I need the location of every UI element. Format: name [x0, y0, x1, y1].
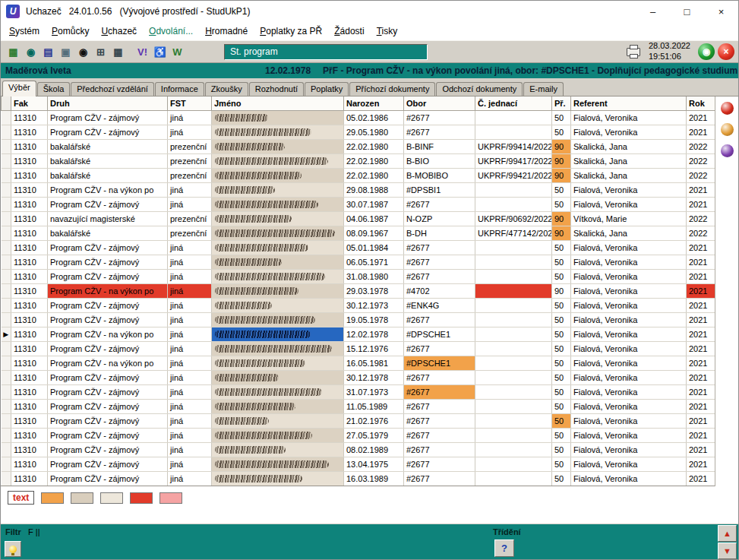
cell-rok[interactable]: 2021 [687, 442, 717, 457]
tab-zkousky[interactable]: Zkoušky [205, 82, 248, 96]
cell-rok[interactable]: 2021 [687, 370, 717, 384]
cell-referent[interactable]: Fialová, Veronika [571, 413, 687, 428]
cell-obor[interactable]: #DPSBI1 [404, 182, 475, 197]
cell-obor[interactable]: #2677 [404, 457, 475, 471]
cell-rok[interactable]: 2021 [687, 125, 717, 139]
cell-obor[interactable]: N-OZP [404, 211, 475, 226]
cell-fak[interactable]: 11310 [11, 226, 48, 240]
cell-druh[interactable]: bakalářské [48, 139, 168, 153]
cell-cj[interactable] [475, 240, 552, 255]
cell-narozen[interactable]: 21.02.1976 [344, 413, 404, 428]
tab-skola[interactable]: Škola [37, 82, 71, 96]
table-row[interactable]: 11310Program CŽV - na výkon pojiná29.03.… [2, 283, 717, 298]
tab-e-maily[interactable]: E-maily [523, 82, 564, 96]
red-circle-button[interactable] [721, 102, 734, 115]
cell-pr[interactable]: 90 [552, 139, 571, 153]
cell-fak[interactable]: 11310 [11, 384, 48, 399]
cell-narozen[interactable]: 12.02.1978 [344, 327, 404, 341]
cell-narozen[interactable]: 29.08.1988 [344, 182, 404, 197]
cell-fst[interactable]: jiná [168, 182, 212, 197]
cell-fak[interactable]: 11310 [11, 182, 48, 197]
cell-pr[interactable]: 50 [552, 457, 571, 471]
cell-obor[interactable]: #2677 [404, 428, 475, 442]
cell-jmeno[interactable] [212, 283, 344, 298]
book-icon[interactable]: ▤ [39, 43, 57, 60]
cell-fak[interactable]: 11310 [11, 153, 48, 168]
orange-circle-button[interactable] [721, 123, 734, 136]
cell-fak[interactable]: 11310 [11, 457, 48, 471]
cell-druh[interactable]: Program CŽV - zájmový [48, 457, 168, 471]
cell-fst[interactable]: prezenční [168, 211, 212, 226]
cell-druh[interactable]: bakalářské [48, 168, 168, 182]
cell-fak[interactable]: 11310 [11, 370, 48, 384]
table-row[interactable]: 11310Program CŽV - zájmovýjiná13.04.1975… [2, 457, 717, 471]
cell-obor[interactable]: #2677 [404, 384, 475, 399]
cell-cj[interactable]: UKPRF/99421/2022-1 [475, 168, 552, 182]
cell-narozen[interactable]: 29.03.1978 [344, 283, 404, 298]
cell-fst[interactable]: jiná [168, 298, 212, 312]
table-row[interactable]: 11310bakalářsképrezenční22.02.1980B-BINF… [2, 139, 717, 153]
cell-jmeno[interactable] [212, 356, 344, 370]
table-row[interactable]: 11310Program CŽV - zájmovýjiná08.02.1989… [2, 442, 717, 457]
print-button[interactable] [624, 43, 643, 61]
cell-jmeno[interactable] [212, 327, 344, 341]
cell-pr[interactable]: 90 [552, 153, 571, 168]
cell-cj[interactable] [475, 413, 552, 428]
cell-druh[interactable]: Program CŽV - zájmový [48, 341, 168, 356]
cell-rok[interactable]: 2021 [687, 312, 717, 327]
cell-fak[interactable]: 11310 [11, 255, 48, 269]
cell-referent[interactable]: Fialová, Veronika [571, 283, 687, 298]
menu-pomucky[interactable]: Pomůcky [46, 24, 95, 39]
cell-fst[interactable]: jiná [168, 428, 212, 442]
cell-pr[interactable]: 50 [552, 255, 571, 269]
cell-fak[interactable]: 11310 [11, 197, 48, 211]
cell-pr[interactable]: 50 [552, 399, 571, 413]
web-icon[interactable]: W [169, 43, 186, 60]
cell-cj[interactable] [475, 312, 552, 327]
cell-druh[interactable]: Program CŽV - na výkon po [48, 356, 168, 370]
cell-fak[interactable]: 11310 [11, 240, 48, 255]
cell-fak[interactable]: 11310 [11, 283, 48, 298]
cell-jmeno[interactable] [212, 457, 344, 471]
cell-narozen[interactable]: 15.12.1976 [344, 341, 404, 356]
tab-poplatky[interactable]: Poplatky [305, 82, 349, 96]
cell-jmeno[interactable] [212, 442, 344, 457]
purple-circle-button[interactable] [721, 144, 734, 157]
cell-druh[interactable]: bakalářské [48, 226, 168, 240]
col-jmeno[interactable]: Jméno [212, 96, 344, 110]
cell-druh[interactable]: Program CŽV - zájmový [48, 312, 168, 327]
cell-cj[interactable] [475, 356, 552, 370]
cell-obor[interactable]: #2677 [404, 399, 475, 413]
menu-poplatky-za-pr[interactable]: Poplatky za PŘ [254, 24, 328, 39]
cell-fak[interactable]: 11310 [11, 428, 48, 442]
cell-druh[interactable]: bakalářské [48, 153, 168, 168]
cell-fst[interactable]: jiná [168, 197, 212, 211]
cell-cj[interactable]: UKPRF/99414/2022-1 [475, 139, 552, 153]
cell-rok[interactable]: 2022 [687, 226, 717, 240]
cell-fak[interactable]: 11310 [11, 269, 48, 283]
cell-druh[interactable]: Program CŽV - zájmový [48, 428, 168, 442]
cell-narozen[interactable]: 11.05.1989 [344, 399, 404, 413]
cell-cj[interactable] [475, 370, 552, 384]
cell-jmeno[interactable] [212, 255, 344, 269]
cell-jmeno[interactable] [212, 240, 344, 255]
cell-jmeno[interactable] [212, 384, 344, 399]
cell-jmeno[interactable] [212, 428, 344, 442]
cell-jmeno[interactable] [212, 269, 344, 283]
cell-pr[interactable]: 90 [552, 226, 571, 240]
cell-druh[interactable]: Program CŽV - zájmový [48, 240, 168, 255]
cell-fak[interactable]: 11310 [11, 312, 48, 327]
cell-rok[interactable]: 2021 [687, 240, 717, 255]
tab-predchozi-vzdelani[interactable]: Předchozí vzdělání [71, 82, 154, 96]
cell-rok[interactable]: 2021 [687, 255, 717, 269]
validation-icon[interactable]: V! [134, 43, 151, 60]
cell-druh[interactable]: Program CŽV - na výkon po [48, 182, 168, 197]
cell-rok[interactable]: 2021 [687, 428, 717, 442]
table-row[interactable]: 11310Program CŽV - zájmovýjiná31.08.1980… [2, 269, 717, 283]
cell-obor[interactable]: #2677 [404, 442, 475, 457]
cell-narozen[interactable]: 31.08.1980 [344, 269, 404, 283]
cell-narozen[interactable]: 22.02.1980 [344, 153, 404, 168]
cell-pr[interactable]: 50 [552, 197, 571, 211]
online-button[interactable]: ◉ [698, 43, 715, 60]
cell-obor[interactable]: B-BINF [404, 139, 475, 153]
